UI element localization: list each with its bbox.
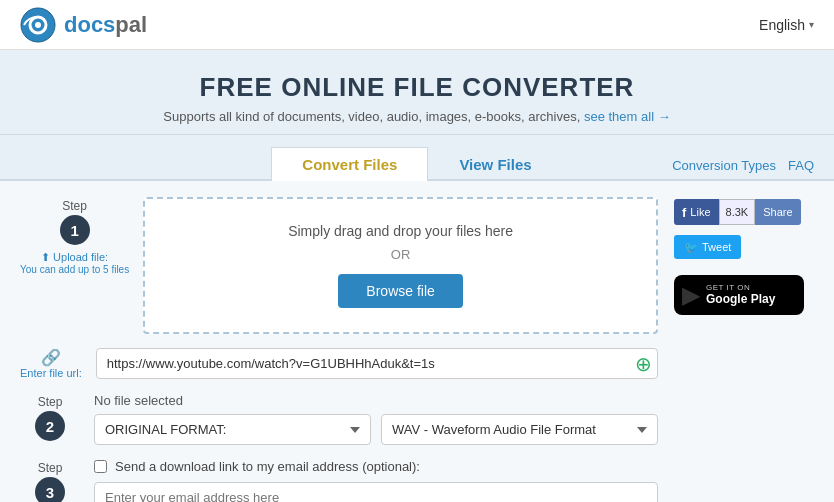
tab-right-links: Conversion Types FAQ (672, 158, 814, 173)
tabs-bar: Convert Files View Files Conversion Type… (0, 135, 834, 181)
drop-zone-text: Simply drag and drop your files here (169, 223, 632, 239)
step2-content: No file selected ORIGINAL FORMAT: WAV - … (94, 393, 658, 445)
email-checkbox-row: Send a download link to my email address… (94, 459, 658, 474)
step3-label: Step 3 (20, 459, 80, 502)
see-all-link[interactable]: see them all → (584, 109, 671, 124)
email-checkbox[interactable] (94, 460, 107, 473)
format-selects: ORIGINAL FORMAT: WAV - Waveform Audio Fi… (94, 414, 658, 445)
browse-file-button[interactable]: Browse file (338, 274, 462, 308)
step3-circle: 3 (35, 477, 65, 502)
svg-point-2 (35, 22, 41, 28)
url-label: 🔗 Enter file url: (20, 348, 82, 379)
url-input-wrapper: ⊕ (96, 348, 658, 379)
twitter-icon: 🐦 (684, 241, 698, 254)
logo-text-part1: docs (64, 12, 115, 37)
google-play-badge[interactable]: ▶ GET IT ON Google Play (674, 275, 804, 315)
step1-row: Step 1 ⬆ Upload file: You can add up to … (20, 197, 658, 334)
hero-subtitle: Supports all kind of documents, video, a… (20, 109, 814, 124)
header: docspal English ▾ (0, 0, 834, 50)
drop-zone[interactable]: Simply drag and drop your files here OR … (143, 197, 658, 334)
or-text: OR (169, 247, 632, 262)
facebook-share-button[interactable]: Share (755, 199, 800, 225)
tweet-button[interactable]: 🐦 Tweet (674, 235, 741, 259)
step1-label: Step 1 ⬆ Upload file: You can add up to … (20, 197, 129, 275)
logo-text: docspal (64, 12, 147, 38)
logo-icon (20, 7, 56, 43)
right-panel: f Like 8.3K Share 🐦 Tweet ▶ GET IT ON Go… (674, 197, 814, 502)
url-input[interactable] (96, 348, 658, 379)
email-checkbox-label: Send a download link to my email address… (115, 459, 420, 474)
logo-text-part2: pal (115, 12, 147, 37)
step1-circle: 1 (60, 215, 90, 245)
no-file-text: No file selected (94, 393, 658, 408)
step3-content: Send a download link to my email address… (94, 459, 658, 502)
step1-upload-label[interactable]: ⬆ Upload file: You can add up to 5 files (20, 251, 129, 275)
tab-convert-files[interactable]: Convert Files (271, 147, 428, 181)
google-play-text: GET IT ON Google Play (706, 283, 775, 306)
facebook-icon: f (682, 205, 686, 220)
facebook-like-button[interactable]: f Like (674, 199, 719, 225)
main-content: Step 1 ⬆ Upload file: You can add up to … (0, 181, 834, 502)
url-add-button[interactable]: ⊕ (635, 354, 652, 374)
logo: docspal (20, 7, 147, 43)
hero-title: FREE ONLINE FILE CONVERTER (20, 72, 814, 103)
language-label: English (759, 17, 805, 33)
faq-link[interactable]: FAQ (788, 158, 814, 173)
step3-row: Step 3 Send a download link to my email … (20, 459, 658, 502)
chevron-down-icon: ▾ (809, 19, 814, 30)
tab-view-files[interactable]: View Files (428, 147, 562, 181)
left-panel: Step 1 ⬆ Upload file: You can add up to … (20, 197, 658, 502)
link-icon: 🔗 (41, 348, 61, 367)
original-format-select[interactable]: ORIGINAL FORMAT: (94, 414, 371, 445)
email-input[interactable] (94, 482, 658, 502)
step2-label: Step 2 (20, 393, 80, 443)
hero-section: FREE ONLINE FILE CONVERTER Supports all … (0, 50, 834, 135)
step2-row: Step 2 No file selected ORIGINAL FORMAT:… (20, 393, 658, 445)
google-play-icon: ▶ (682, 281, 700, 309)
language-selector[interactable]: English ▾ (759, 17, 814, 33)
facebook-like-box: f Like 8.3K Share (674, 199, 814, 225)
target-format-select[interactable]: WAV - Waveform Audio File Format (381, 414, 658, 445)
url-row: 🔗 Enter file url: ⊕ (20, 348, 658, 379)
conversion-types-link[interactable]: Conversion Types (672, 158, 776, 173)
step2-circle: 2 (35, 411, 65, 441)
facebook-count: 8.3K (719, 199, 756, 225)
